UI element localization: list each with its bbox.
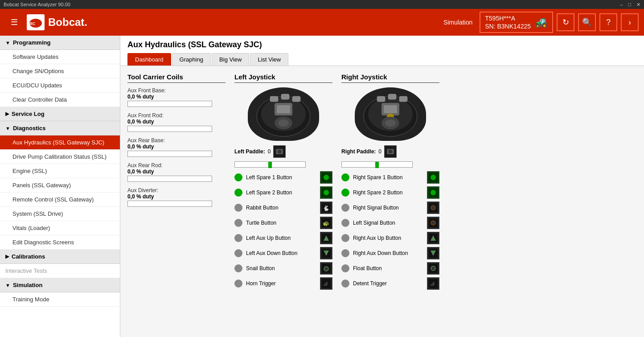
sidebar-item-remote-control[interactable]: Remote Control (SSL Gateway) (0, 193, 120, 207)
svg-point-54 (431, 266, 435, 271)
right-aux-down-icon (427, 247, 439, 259)
svg-text:🐢: 🐢 (323, 220, 329, 226)
right-spare1-label: Right Spare 1 Button (353, 174, 423, 181)
right-aux-up-indicator (341, 234, 349, 242)
svg-point-46 (431, 205, 435, 210)
svg-rect-35 (384, 105, 397, 113)
maximize-button[interactable]: □ (628, 2, 631, 8)
sidebar-item-change-sn[interactable]: Change SN/Options (0, 64, 120, 78)
right-joystick-section: Right Joystick (341, 73, 439, 292)
detent-trigger-row: Detent Trigger (341, 277, 439, 290)
sidebar-item-training-mode[interactable]: Training Mode (0, 292, 120, 307)
coil-aux-front-rod-label: Aux Front Rod: (127, 112, 226, 119)
dashboard-columns: Tool Carrier Coils Aux Front Base: 0,0 %… (127, 73, 637, 292)
svg-point-42 (431, 175, 436, 180)
coil-aux-rear-rod-bar (127, 176, 212, 182)
left-spare1-label: Left Spare 1 Button (246, 174, 316, 181)
sidebar-item-vitals[interactable]: Vitals (Loader) (0, 221, 120, 235)
left-aux-up-indicator (234, 234, 242, 242)
svg-rect-6 (292, 96, 300, 102)
turtle-icon: 🐢 (320, 217, 332, 229)
close-button[interactable]: ✕ (636, 2, 640, 8)
sidebar-item-edit-diag[interactable]: Edit Diagnostic Screens (0, 235, 120, 250)
device-info-text: T595H***A SN: B3NK14225 (485, 14, 531, 30)
right-spare1-row: Right Spare 1 Button (341, 171, 439, 184)
right-paddle-indicator (375, 162, 379, 168)
right-signal-label: Right Signal Button (353, 205, 423, 211)
dashboard-content: Tool Carrier Coils Aux Front Base: 0,0 %… (120, 66, 644, 300)
rabbit-label: Rabbit Button (246, 205, 316, 211)
right-spare2-indicator (341, 189, 349, 197)
left-spare2-row: Left Spare 2 Button (234, 186, 332, 199)
window-controls[interactable]: – □ ✕ (620, 2, 640, 8)
svg-point-14 (324, 175, 329, 180)
refresh-button[interactable]: ↻ (557, 13, 574, 31)
right-signal-indicator (341, 204, 349, 212)
left-spare1-indicator (234, 173, 242, 181)
svg-text:🐇: 🐇 (323, 205, 329, 211)
coil-aux-rear-rod: Aux Rear Rod: 0,0 % duty (127, 162, 226, 182)
sidebar-item-drive-pump[interactable]: Drive Pump Calibration Status (SSL) (0, 150, 120, 164)
left-aux-down-indicator (234, 249, 242, 257)
sidebar-section-service-log[interactable]: Service Log (0, 107, 120, 121)
menu-button[interactable]: ☰ (5, 13, 23, 31)
right-paddle-icon (384, 145, 397, 158)
svg-rect-5 (281, 94, 289, 99)
sidebar-section-calibrations[interactable]: Calibrations (0, 250, 120, 264)
sidebar-section-service-log-label: Service Log (12, 111, 45, 117)
content-header: Aux Hydraulics (SSL Gateway SJC) Dashboa… (120, 36, 644, 66)
logo-icon: BC (27, 14, 45, 30)
sidebar-item-system[interactable]: System (SSL Drive) (0, 207, 120, 221)
device-serial: SN: B3NK14225 (485, 22, 531, 30)
more-button[interactable]: › (621, 13, 639, 31)
help-button[interactable]: ? (599, 13, 617, 31)
horn-icon (320, 277, 332, 290)
brand-name: Bobcat. (48, 16, 87, 29)
left-signal-icon (427, 217, 439, 229)
left-paddle-indicator (268, 162, 272, 168)
left-joystick-svg (250, 90, 317, 139)
sidebar-item-aux-hydraulics[interactable]: Aux Hydraulics (SSL Gateway SJC) (0, 136, 120, 150)
chevron-down-icon (5, 40, 10, 45)
sidebar-item-ecu-dcu[interactable]: ECU/DCU Updates (0, 78, 120, 93)
svg-point-16 (324, 190, 329, 195)
search-button[interactable]: 🔍 (578, 13, 596, 31)
tab-graphing[interactable]: Graphing (172, 53, 211, 66)
turtle-indicator (234, 219, 242, 227)
svg-rect-31 (377, 96, 385, 102)
device-info-box: T595H***A SN: B3NK14225 🚜 (480, 12, 553, 33)
sidebar-item-clear-controller[interactable]: Clear Controller Data (0, 93, 120, 107)
tab-list-view[interactable]: List View (250, 53, 288, 66)
sidebar-item-engine[interactable]: Engine (SSL) (0, 164, 120, 178)
left-paddle-value: 0 (268, 148, 271, 155)
sidebar-item-software-updates[interactable]: Software Updates (0, 50, 120, 64)
right-aux-down-indicator (341, 249, 349, 257)
content-area: Aux Hydraulics (SSL Gateway SJC) Dashboa… (120, 36, 644, 337)
sidebar-item-interactive-tests: Interactive Tests (0, 264, 120, 278)
tab-dashboard[interactable]: Dashboard (127, 53, 171, 66)
sidebar-section-simulation[interactable]: Simulation (0, 278, 120, 292)
tab-big-view[interactable]: Big View (212, 53, 249, 66)
rabbit-button-row: Rabbit Button 🐇 (234, 201, 332, 214)
sidebar-section-programming[interactable]: Programming (0, 36, 120, 50)
right-spare1-icon (427, 171, 439, 184)
left-aux-up-icon (320, 232, 332, 244)
tab-bar: Dashboard Graphing Big View List View (127, 53, 637, 66)
coil-aux-diverter-value: 0,0 % duty (127, 193, 226, 200)
coil-aux-diverter-label: Aux Diverter: (127, 187, 226, 193)
left-paddle-group: Left Paddle: 0 (234, 145, 332, 168)
left-joystick-header: Left Joystick (234, 73, 332, 83)
sidebar-item-panels[interactable]: Panels (SSL Gateway) (0, 178, 120, 193)
rabbit-indicator (234, 204, 242, 212)
left-signal-label: Left Signal Button (353, 220, 423, 226)
bobcat-logo-svg: BC (28, 15, 44, 29)
sidebar-section-diagnostics[interactable]: Diagnostics (0, 121, 120, 136)
coil-aux-rear-base-label: Aux Rear Base: (127, 137, 226, 144)
minimize-button[interactable]: – (620, 2, 623, 8)
left-paddle-label: Left Paddle: (234, 148, 265, 155)
left-aux-up-row: Left Aux Up Button (234, 232, 332, 244)
detent-label: Detent Trigger (353, 280, 423, 287)
coil-aux-rear-rod-value: 0,0 % duty (127, 168, 226, 175)
float-button-row: Float Button (341, 262, 439, 275)
right-paddle-row: Right Paddle: 0 (341, 145, 439, 158)
